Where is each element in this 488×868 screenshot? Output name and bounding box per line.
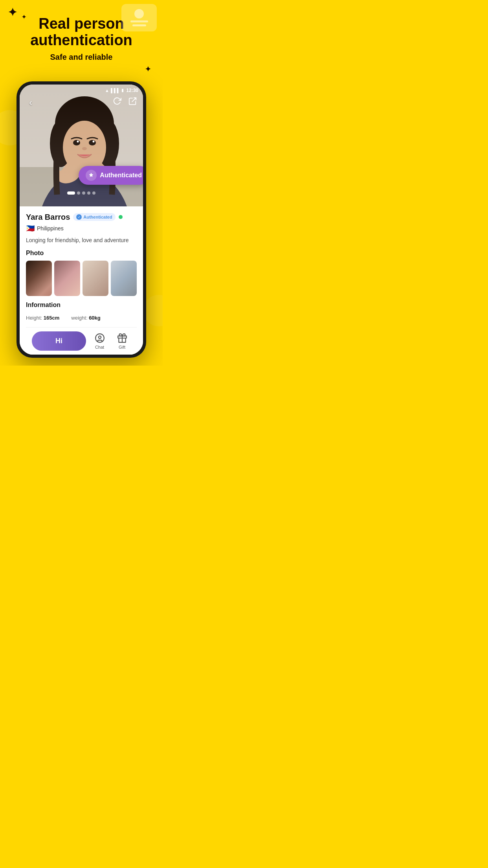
sparkle-icon-2: ✦	[22, 14, 26, 20]
hero-subtitle: Safe and reliable	[12, 53, 151, 62]
photo-thumb-1[interactable]	[26, 261, 52, 296]
photo-section-title: Photo	[26, 250, 137, 257]
photo-thumb-2[interactable]	[54, 261, 80, 296]
sparkle-icon-1: ✦	[8, 6, 17, 19]
id-card-decoration	[121, 4, 157, 31]
back-arrow-icon: ‹	[29, 97, 32, 108]
weight-info: weight: 60kg	[71, 315, 100, 321]
country-flag: 🇵🇭	[26, 224, 35, 233]
svg-point-27	[98, 336, 101, 339]
id-card-line-1	[130, 20, 148, 22]
chat-label: Chat	[95, 345, 104, 349]
signal-icon: ▌▌▌	[111, 88, 120, 93]
photo-thumb-4[interactable]	[111, 261, 137, 296]
gift-icon	[117, 333, 128, 344]
hero-section: ✦ ✦ ✦ Real person authentication Safe an…	[0, 0, 163, 77]
weight-label: weight:	[71, 315, 87, 321]
photo-dot-5[interactable]	[92, 191, 95, 195]
auth-badge-text: Authenticated	[100, 172, 142, 179]
id-card-avatar	[134, 9, 144, 18]
hi-button[interactable]: Hi	[32, 331, 86, 351]
page-wrapper: ✦ ✦ ✦ Real person authentication Safe an…	[0, 0, 163, 366]
info-section: Information Height: 165cm weight: 60kg	[26, 302, 137, 323]
profile-name: Yara Barros	[26, 213, 70, 222]
bottom-action-bar: Hi Chat	[26, 327, 137, 355]
authenticated-badge: Authenticated	[79, 166, 143, 185]
phone-inner: ▲ ▌▌▌ ▮ 12:30	[20, 85, 143, 355]
photo-dot-2[interactable]	[77, 191, 80, 195]
verified-label: Authenticated	[83, 215, 112, 219]
height-value: 165cm	[44, 315, 59, 321]
profile-bio: Longing for friendship, love and adventu…	[26, 237, 137, 245]
share-button[interactable]	[127, 96, 138, 107]
info-section-title: Information	[26, 302, 137, 309]
verified-check-icon: ✓	[76, 214, 82, 220]
profile-name-row: Yara Barros ✓ Authenticated	[26, 213, 137, 222]
auth-check-icon	[86, 170, 97, 181]
profile-photo-scene: ▲ ▌▌▌ ▮ 12:30	[20, 85, 143, 206]
gift-action[interactable]: Gift	[113, 333, 131, 349]
gift-label: Gift	[119, 345, 125, 349]
weight-value: 60kg	[89, 315, 101, 321]
status-time: 12:30	[126, 88, 138, 93]
photo-dot-3[interactable]	[82, 191, 85, 195]
profile-info-section: Yara Barros ✓ Authenticated 🇵🇭 Philippin…	[20, 206, 143, 355]
chat-action[interactable]: Chat	[91, 333, 108, 349]
height-info: Height: 165cm	[26, 315, 59, 321]
height-label: Height:	[26, 315, 42, 321]
photo-gallery	[26, 261, 137, 296]
info-row: Height: 165cm weight: 60kg	[26, 313, 137, 323]
online-status-dot	[119, 215, 123, 219]
photo-dot-4[interactable]	[87, 191, 90, 195]
refresh-button[interactable]	[112, 96, 123, 107]
photo-dots-indicator	[67, 191, 95, 195]
sparkle-icon-3: ✦	[145, 65, 151, 74]
nav-actions	[112, 96, 138, 107]
refresh-icon	[113, 97, 121, 105]
battery-icon: ▮	[121, 88, 124, 93]
share-icon	[128, 97, 137, 105]
id-card-line-2	[132, 24, 146, 26]
verified-badge-svg	[88, 172, 94, 178]
location-row: 🇵🇭 Philippines	[26, 224, 137, 233]
photo-dot-1[interactable]	[67, 191, 75, 195]
chat-icon	[94, 333, 105, 344]
photo-thumb-3[interactable]	[83, 261, 108, 296]
wifi-icon: ▲	[105, 88, 109, 93]
back-button[interactable]: ‹	[24, 96, 37, 109]
verified-badge: ✓ Authenticated	[73, 213, 115, 221]
phone-mockup: ▲ ▌▌▌ ▮ 12:30	[17, 81, 146, 358]
country-name: Philippines	[37, 225, 64, 232]
